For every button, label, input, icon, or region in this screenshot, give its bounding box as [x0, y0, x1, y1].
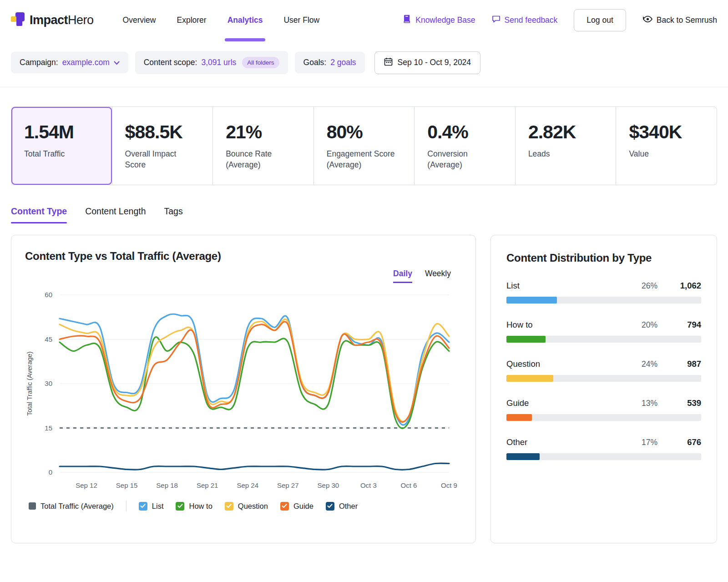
nav-item-overview[interactable]: Overview [123, 0, 156, 40]
impacthero-logo-icon [11, 12, 25, 28]
metric-leads[interactable]: 2.82K Leads [515, 107, 616, 185]
metric-total-traffic[interactable]: 1.54M Total Traffic [11, 107, 112, 185]
svg-text:Sep 15: Sep 15 [116, 481, 138, 489]
dist-bar-fill [506, 453, 540, 460]
checkbox-checked-icon[interactable] [280, 502, 289, 511]
metric-value: 1.54M [24, 121, 99, 143]
metric-value-card[interactable]: $340K Value [616, 107, 717, 185]
metric-bounce-rate[interactable]: 21% Bounce Rate (Average) [212, 107, 313, 185]
impacthero-logo[interactable]: ImpactHero [11, 12, 94, 28]
svg-text:Total Traffic (Average): Total Traffic (Average) [26, 352, 33, 416]
nav-item-analytics[interactable]: Analytics [228, 0, 263, 40]
metric-label: Conversion (Average) [427, 149, 500, 170]
checkbox-checked-icon[interactable] [225, 502, 233, 511]
interval-toggle: Daily Weekly [25, 269, 451, 283]
brand-name: ImpactHero [30, 13, 94, 27]
back-to-semrush-label: Back to Semrush [657, 15, 717, 25]
metrics-row: 1.54M Total Traffic $88.5K Overall Impac… [11, 106, 717, 185]
campaign-selector[interactable]: Campaign: example.com [11, 52, 128, 73]
svg-text:45: 45 [45, 335, 52, 343]
tab-content-length[interactable]: Content Length [85, 206, 146, 223]
campaign-label: Campaign: [20, 58, 58, 67]
traffic-line-chart: 015304560Sep 12Sep 15Sep 18Sep 21Sep 24S… [25, 285, 463, 493]
book-icon [403, 15, 411, 25]
metric-value: $88.5K [125, 121, 200, 143]
dist-row-other: Other 17% 676 [506, 437, 701, 460]
metric-label: Leads [528, 149, 601, 160]
checkbox-checked-icon[interactable] [139, 502, 147, 511]
svg-text:Oct 6: Oct 6 [401, 481, 417, 489]
dist-label: Guide [506, 398, 642, 408]
toggle-weekly[interactable]: Weekly [425, 269, 451, 283]
legend-square-icon [29, 502, 36, 510]
legend-list[interactable]: List [139, 502, 164, 511]
metric-engagement-score[interactable]: 80% Engagement Score (Average) [313, 107, 415, 185]
metric-label: Total Traffic [24, 149, 97, 160]
all-folders-badge: All folders [242, 57, 279, 68]
calendar-icon [384, 57, 393, 68]
dist-bar-fill [506, 414, 532, 421]
nav-item-explorer[interactable]: Explorer [177, 0, 207, 40]
metric-label: Value [629, 149, 702, 160]
dist-percent: 17% [642, 438, 657, 447]
send-feedback-link[interactable]: Send feedback [492, 15, 558, 25]
goals-label: Goals: [303, 58, 327, 67]
metric-label: Overall Impact Score [125, 149, 198, 170]
metric-conversion[interactable]: 0.4% Conversion (Average) [414, 107, 515, 185]
legend-question[interactable]: Question [225, 502, 268, 511]
chart-legend: Total Traffic (Average) List How to Ques… [25, 501, 462, 511]
filter-bar: Campaign: example.com Content scope: 3,0… [0, 40, 728, 87]
dist-value: 794 [676, 320, 701, 330]
checkbox-checked-icon[interactable] [326, 502, 334, 511]
date-range-value: Sep 10 - Oct 9, 2024 [398, 58, 471, 67]
dist-row-question: Question 24% 987 [506, 359, 701, 382]
dist-percent: 20% [642, 320, 657, 330]
legend-other[interactable]: Other [326, 502, 358, 511]
knowledge-base-link[interactable]: Knowledge Base [403, 15, 475, 25]
legend-label: Question [238, 502, 268, 511]
dist-value: 676 [676, 437, 701, 447]
dist-bar-fill [506, 375, 553, 382]
toggle-daily[interactable]: Daily [393, 269, 412, 283]
metric-value: 0.4% [427, 121, 502, 143]
checkbox-checked-icon[interactable] [176, 502, 184, 511]
tab-content-type[interactable]: Content Type [11, 206, 67, 223]
content-type-vs-traffic-card: Content Type vs Total Traffic (Average) … [11, 235, 476, 543]
tab-tags[interactable]: Tags [164, 206, 183, 223]
dist-percent: 26% [642, 281, 657, 291]
nav-item-user-flow[interactable]: User Flow [283, 0, 319, 40]
main-nav: Overview Explorer Analytics User Flow [123, 0, 320, 40]
dist-label: List [506, 281, 642, 291]
send-feedback-label: Send feedback [505, 15, 558, 25]
date-range-picker[interactable]: Sep 10 - Oct 9, 2024 [374, 51, 481, 74]
metric-label: Engagement Score (Average) [327, 149, 399, 170]
svg-text:Sep 18: Sep 18 [156, 481, 178, 489]
logout-button[interactable]: Log out [574, 9, 626, 31]
svg-text:Oct 9: Oct 9 [441, 481, 457, 489]
dist-row-list: List 26% 1,062 [506, 281, 701, 304]
metric-overall-impact-score[interactable]: $88.5K Overall Impact Score [112, 107, 213, 185]
eye-arrow-icon [642, 15, 652, 25]
legend-guide[interactable]: Guide [280, 502, 313, 511]
chevron-down-icon [114, 58, 120, 67]
svg-text:Sep 21: Sep 21 [197, 481, 218, 489]
analytics-cards: Content Type vs Total Traffic (Average) … [11, 235, 717, 543]
legend-how-to[interactable]: How to [176, 502, 212, 511]
dist-percent: 24% [642, 359, 657, 369]
metric-value: 80% [327, 121, 402, 143]
top-right-actions: Knowledge Base Send feedback Log out Bac… [403, 9, 717, 31]
back-to-semrush-link[interactable]: Back to Semrush [642, 15, 717, 25]
dist-bar-track [506, 453, 701, 460]
goals-selector[interactable]: Goals: 2 goals [295, 52, 365, 73]
legend-label: Total Traffic (Average) [40, 502, 114, 511]
content-scope-label: Content scope: [144, 58, 197, 67]
knowledge-base-label: Knowledge Base [415, 15, 475, 25]
dist-label: How to [506, 320, 642, 330]
legend-label: List [152, 502, 164, 511]
chart-title: Content Type vs Total Traffic (Average) [25, 250, 462, 263]
metric-value: 21% [226, 121, 301, 143]
metric-value: $340K [629, 121, 704, 143]
content-scope-selector[interactable]: Content scope: 3,091 urls All folders [135, 51, 288, 74]
chat-bubble-icon [492, 15, 500, 25]
svg-text:15: 15 [45, 424, 52, 432]
